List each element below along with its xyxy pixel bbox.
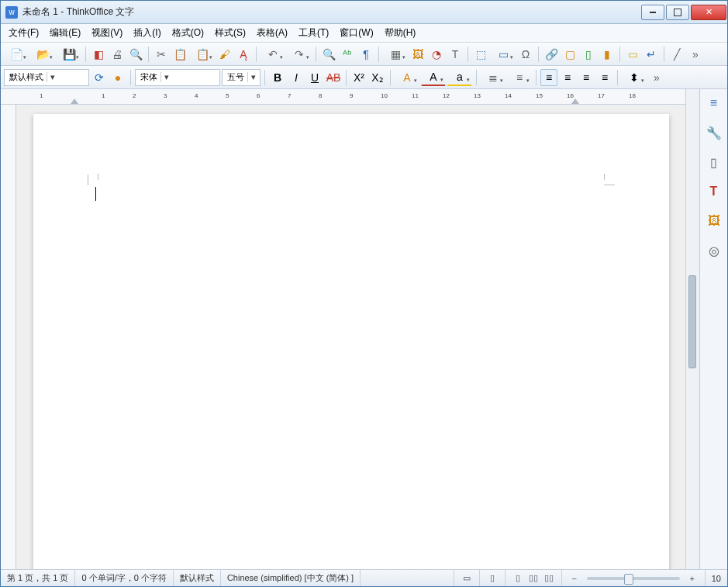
insert-comment-button[interactable]: ▭ [624,46,641,63]
track-changes-button[interactable]: ↵ [643,46,660,63]
spellcheck-button[interactable]: ᴬᵇ [339,46,356,63]
ruler-tick: 4 [195,92,198,99]
status-wordcount[interactable]: 0 个单词/字，0 个字符 [75,570,173,586]
status-page[interactable]: 第 1 页，共 1 页 [1,570,75,586]
navigator-icon[interactable]: ◎ [705,241,723,260]
separator [619,47,620,62]
left-margin-marker[interactable] [71,98,78,104]
status-language[interactable]: Chinese (simplified) [中文 (简体) ] [221,570,361,586]
insert-footnote-button[interactable]: ▢ [561,46,578,63]
close-button[interactable] [691,5,726,20]
status-style[interactable]: 默认样式 [174,570,221,586]
insert-chart-button[interactable]: ◔ [428,46,445,63]
menu-format[interactable]: 格式(O) [167,25,209,41]
zoom-control[interactable]: − + [562,570,705,586]
menu-insert[interactable]: 插入(I) [129,25,165,41]
open-button[interactable]: 📂 [30,46,55,63]
bold-button[interactable]: B [269,69,286,86]
menu-edit[interactable]: 编辑(E) [45,25,85,41]
menu-help[interactable]: 帮助(H) [380,25,421,41]
menu-styles[interactable]: 样式(S) [210,25,250,41]
insert-image-button[interactable]: 🖼 [409,46,426,63]
menu-table[interactable]: 表格(A) [252,25,292,41]
horizontal-ruler[interactable]: 1 1 2 3 4 5 6 7 8 9 10 11 12 13 14 15 16… [1,89,685,105]
scrollbar-thumb[interactable] [688,275,696,368]
menu-tools[interactable]: 工具(T) [294,25,333,41]
italic-button[interactable]: I [288,69,305,86]
font-size-combo[interactable]: 五号 ▾ [222,69,260,86]
insert-pagebreak-button[interactable]: ⬚ [472,46,489,63]
insert-bookmark-button[interactable]: ▯ [580,46,597,63]
more-button[interactable]: » [687,46,704,63]
font-name-combo[interactable]: 宋体 ▾ [135,69,220,86]
insert-symbol-button[interactable]: Ω [517,46,534,63]
export-pdf-button[interactable]: ◧ [90,46,107,63]
insert-hyperlink-button[interactable]: 🔗 [543,46,560,63]
clone-format-button[interactable]: 🖌 [216,46,233,63]
print-button[interactable]: 🖨 [109,46,126,63]
strikethrough-button[interactable]: AB [325,69,342,86]
underline-button[interactable]: U [306,69,323,86]
page-scroll-area[interactable] [16,105,685,569]
draw-line-button[interactable]: ╱ [668,46,685,63]
right-margin-marker[interactable] [571,98,579,104]
separator [390,70,391,85]
new-style-button[interactable]: ● [109,69,126,86]
maximize-button[interactable] [666,5,689,20]
vertical-ruler[interactable] [1,105,16,569]
find-replace-button[interactable]: 🔍 [320,46,337,63]
menu-file[interactable]: 文件(F) [4,25,43,41]
redo-button[interactable]: ↷ [287,46,312,63]
print-preview-button[interactable]: 🔍 [127,46,144,63]
sidebar-settings-icon[interactable]: ≡ [705,94,723,112]
paragraph-style-combo[interactable]: 默认样式 ▾ [4,69,89,86]
insert-textbox-button[interactable]: T [447,46,464,63]
minimize-button[interactable] [641,5,664,20]
cut-button[interactable]: ✂ [153,46,170,63]
menu-view[interactable]: 视图(V) [87,25,127,41]
update-style-button[interactable]: ⟳ [91,69,108,86]
align-left-button[interactable]: ≡ [540,69,557,86]
page-icon[interactable]: ▯ [705,153,723,171]
more-button-2[interactable]: » [648,69,665,86]
clear-format-button[interactable]: Ą [235,46,252,63]
properties-icon[interactable]: 🔧 [705,123,723,142]
bullet-list-button[interactable]: ≣ [481,69,505,86]
zoom-in-icon[interactable]: + [686,572,699,585]
numbered-list-button[interactable]: ≡ [507,69,532,86]
insert-table-button[interactable]: ▦ [383,46,408,63]
multi-page-view-icon[interactable]: ▯▯ [527,572,540,585]
align-center-button[interactable]: ≡ [559,69,576,86]
align-right-button[interactable]: ≡ [578,69,595,86]
styles-icon[interactable]: T [705,182,723,201]
paste-button[interactable]: 📋 [190,46,215,63]
vertical-scrollbar[interactable] [685,89,699,569]
new-doc-button[interactable]: 📄 [4,46,29,63]
undo-button[interactable]: ↶ [260,46,285,63]
save-button[interactable]: 💾 [57,46,81,63]
status-selection-mode[interactable]: ▯ [480,570,505,586]
insert-crossref-button[interactable]: ▮ [599,46,616,63]
subscript-button[interactable]: X₂ [369,69,386,86]
highlight-button[interactable]: a [447,69,472,86]
superscript-button[interactable]: X² [350,69,367,86]
ruler-tick: 2 [133,92,136,99]
document-page[interactable] [33,114,669,569]
status-signature-icon[interactable]: ▭ [454,570,480,586]
book-view-icon[interactable]: ▯▯ [543,572,555,585]
zoom-slider[interactable] [587,577,680,580]
menu-window[interactable]: 窗口(W) [335,25,378,41]
align-justify-button[interactable]: ≡ [596,69,613,86]
line-spacing-button[interactable]: ⬍ [622,69,647,86]
zoom-out-icon[interactable]: − [568,572,581,585]
separator [664,47,664,62]
insert-field-button[interactable]: ▭ [491,46,516,63]
single-page-view-icon[interactable]: ▯ [512,572,524,585]
ruler-tick: 16 [567,92,574,99]
font-color-button[interactable]: A [421,69,446,86]
clear-direct-button[interactable]: A [395,69,419,86]
gallery-icon[interactable]: 🖼 [705,212,723,230]
formatting-marks-button[interactable]: ¶ [357,46,374,63]
copy-button[interactable]: 📋 [171,46,188,63]
zoom-value[interactable]: 10 [705,570,727,586]
